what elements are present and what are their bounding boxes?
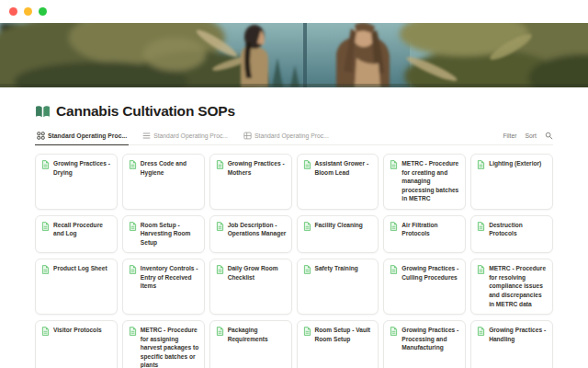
tab-list-view[interactable]: Standard Operating Proc... <box>141 128 230 144</box>
document-icon <box>41 222 50 231</box>
card-title: Room Setup - Harvesting Room Setup <box>141 221 199 247</box>
card-title: Growing Practices - Processing and Manuf… <box>401 326 460 352</box>
card-title: Growing Practices - Mothers <box>228 159 287 177</box>
card-title: Assistant Grower - Bloom Lead <box>315 159 374 177</box>
tab-gallery-view[interactable]: Standard Operating Proc... <box>35 128 129 145</box>
card-title: Growing Practices - Handling <box>489 326 548 343</box>
filter-button[interactable]: Filter <box>503 132 516 139</box>
sop-card[interactable]: Growing Practices - Mothers <box>209 154 292 210</box>
search-icon <box>545 132 553 140</box>
view-toolbar: Filter Sort <box>503 132 553 144</box>
page-header: Cannabis Cultivation SOPs <box>35 103 553 120</box>
document-icon <box>129 160 137 169</box>
card-title: Growing Practices - Culling Procedures <box>401 264 460 282</box>
sop-card[interactable]: Visitor Protocols <box>35 320 118 368</box>
document-icon <box>390 327 398 336</box>
sop-card[interactable]: Growing Practices - Culling Procedures <box>383 259 466 315</box>
titlebar <box>0 0 588 23</box>
card-grid: Growing Practices - Drying Dress Code an… <box>35 154 553 368</box>
document-icon <box>216 160 224 169</box>
tab-label: Standard Operating Proc... <box>48 132 127 139</box>
sop-card[interactable]: Daily Grow Room Checklist <box>209 259 292 315</box>
minimize-window-button[interactable] <box>24 7 32 16</box>
card-title: Safety Training <box>315 264 358 273</box>
view-tabbar: Standard Operating Proc... Standard Oper… <box>35 128 553 145</box>
sop-card[interactable]: Air Filtration Protocols <box>383 215 466 254</box>
document-icon <box>390 265 398 274</box>
zoom-window-button[interactable] <box>39 7 47 16</box>
document-icon <box>41 327 50 336</box>
document-icon <box>129 327 137 336</box>
sop-card[interactable]: Recall Procedure and Log <box>35 215 118 254</box>
sop-card[interactable]: Destruction Protocols <box>470 215 553 254</box>
sop-card[interactable]: METRC - Procedure for resolving complian… <box>470 259 553 315</box>
tab-table-view[interactable]: Standard Operating Proc... <box>242 128 331 144</box>
card-title: Visitor Protocols <box>53 326 102 335</box>
card-title: METRC - Procedure for creating and manag… <box>401 159 460 203</box>
card-title: Dress Code and Hygiene <box>141 159 199 177</box>
sop-card[interactable]: Product Log Sheet <box>35 259 118 315</box>
page-cover-image <box>0 23 588 87</box>
card-title: Job Description - Operations Manager <box>228 221 287 238</box>
sop-card[interactable]: Growing Practices - Handling <box>470 320 553 368</box>
document-icon <box>477 327 485 336</box>
document-icon <box>129 222 137 231</box>
document-icon <box>303 160 311 169</box>
card-title: Destruction Protocols <box>489 221 548 238</box>
document-icon <box>390 222 398 231</box>
gallery-view-icon <box>37 132 45 140</box>
sop-card[interactable]: Room Setup - Harvesting Room Setup <box>122 215 205 254</box>
document-icon <box>216 265 224 274</box>
document-icon <box>216 222 224 231</box>
tab-label: Standard Operating Proc... <box>153 132 228 139</box>
app-window: Cannabis Cultivation SOPs Standard Opera… <box>0 0 588 368</box>
table-view-icon <box>243 132 252 140</box>
page-title: Cannabis Cultivation SOPs <box>56 103 235 120</box>
cover-illustration <box>0 23 588 87</box>
document-icon <box>477 160 485 169</box>
sop-card[interactable]: METRC - Procedure for creating and manag… <box>383 154 466 210</box>
card-title: Lighting (Exterior) <box>489 159 541 168</box>
card-title: Room Setup - Vault Room Setup <box>315 326 374 343</box>
card-title: Daily Grow Room Checklist <box>228 264 287 282</box>
card-title: Facility Cleaning <box>315 221 363 230</box>
document-icon <box>129 265 137 274</box>
document-icon <box>41 160 50 169</box>
sop-card[interactable]: Job Description - Operations Manager <box>209 215 292 254</box>
sop-card[interactable]: Growing Practices - Drying <box>35 154 118 210</box>
sop-card[interactable]: Growing Practices - Processing and Manuf… <box>383 320 466 368</box>
card-title: Growing Practices - Drying <box>53 159 112 177</box>
sop-card[interactable]: METRC - Procedure for assigning harvest … <box>122 320 205 368</box>
sort-button[interactable]: Sort <box>526 132 537 139</box>
sop-card[interactable]: Assistant Grower - Bloom Lead <box>297 154 379 210</box>
document-icon <box>303 222 311 231</box>
document-icon <box>216 327 224 336</box>
card-title: Air Filtration Protocols <box>401 221 460 238</box>
card-title: Packaging Requirements <box>228 326 287 343</box>
document-icon <box>477 265 485 274</box>
card-title: METRC - Procedure for assigning harvest … <box>141 326 199 368</box>
search-button[interactable] <box>545 132 553 140</box>
tab-label: Standard Operating Proc... <box>254 132 329 139</box>
sop-card[interactable]: Packaging Requirements <box>209 320 292 368</box>
close-window-button[interactable] <box>9 7 17 16</box>
card-title: Product Log Sheet <box>53 264 107 273</box>
document-icon <box>303 327 311 336</box>
card-title: METRC - Procedure for resolving complian… <box>489 264 548 308</box>
sop-card[interactable]: Facility Cleaning <box>297 215 379 254</box>
sop-card[interactable]: Inventory Controls - Entry of Received I… <box>122 259 205 315</box>
document-icon <box>390 160 398 169</box>
card-title: Inventory Controls - Entry of Received I… <box>141 264 199 291</box>
document-icon <box>303 265 311 274</box>
green-book-icon <box>35 104 51 120</box>
document-icon <box>477 222 485 231</box>
sop-card[interactable]: Dress Code and Hygiene <box>122 154 205 210</box>
list-view-icon <box>142 132 151 140</box>
document-icon <box>41 265 50 274</box>
sop-card[interactable]: Safety Training <box>297 259 379 315</box>
card-title: Recall Procedure and Log <box>53 221 112 238</box>
sop-card[interactable]: Lighting (Exterior) <box>470 154 553 210</box>
sop-card[interactable]: Room Setup - Vault Room Setup <box>297 320 379 368</box>
